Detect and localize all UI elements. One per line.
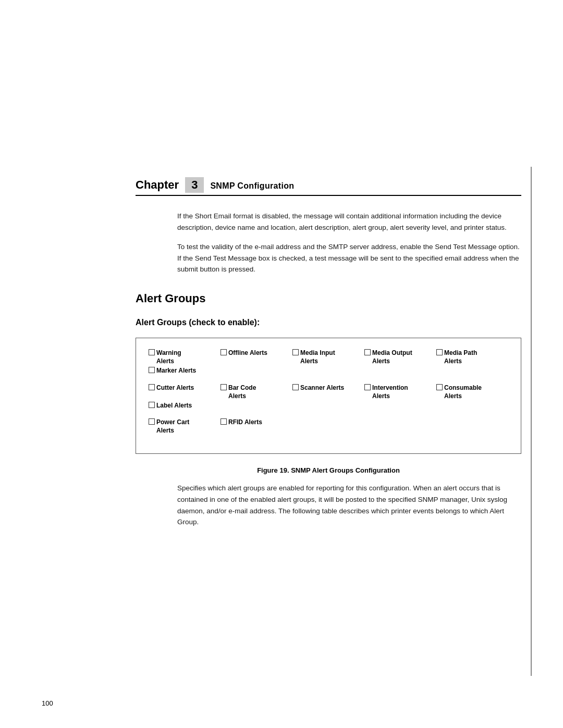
- power-cart-label: Power CartAlerts: [156, 418, 189, 435]
- warning-checkbox[interactable]: [149, 349, 155, 355]
- alert-cell-offline: Offline Alerts: [221, 349, 283, 365]
- label-checkbox[interactable]: [149, 402, 155, 408]
- body-paragraph-1: If the Short Email format is disabled, t…: [177, 211, 521, 233]
- media-output-checkbox[interactable]: [364, 349, 371, 355]
- figure-caption: Figure 19. SNMP Alert Groups Configurati…: [136, 466, 521, 474]
- alert-cell-intervention: InterventionAlerts: [364, 384, 427, 400]
- chapter-label: Chapter: [136, 178, 179, 192]
- media-output-label: Media OutputAlerts: [372, 349, 412, 365]
- consumable-label: ConsumableAlerts: [444, 384, 482, 400]
- alert-groups-box: WarningAlerts Offline Alerts Media Input…: [136, 338, 521, 454]
- media-input-checkbox[interactable]: [292, 349, 299, 355]
- marker-checkbox[interactable]: [149, 367, 155, 373]
- barcode-label: Bar CodeAlerts: [228, 384, 256, 400]
- page: Chapter 3 SNMP Configuration If the Shor…: [0, 0, 563, 728]
- alert-cell-cutter: Cutter Alerts: [149, 384, 211, 400]
- intervention-label: InterventionAlerts: [372, 384, 408, 400]
- alert-cell-rfid: RFID Alerts: [221, 418, 283, 435]
- alert-groups-heading: Alert Groups: [136, 292, 521, 305]
- scanner-checkbox[interactable]: [292, 384, 299, 390]
- scanner-label: Scanner Alerts: [300, 384, 344, 392]
- chapter-number: 3: [185, 177, 204, 193]
- description-paragraph: Specifies which alert groups are enabled…: [177, 483, 521, 527]
- alert-cell-marker: Marker Alerts: [149, 366, 211, 375]
- barcode-checkbox[interactable]: [221, 384, 227, 390]
- cutter-label: Cutter Alerts: [156, 384, 194, 392]
- warning-label: WarningAlerts: [156, 349, 181, 365]
- alert-cell-media-path: Media PathAlerts: [436, 349, 499, 365]
- rfid-checkbox[interactable]: [221, 418, 227, 425]
- alert-groups-subheading: Alert Groups (check to enable):: [136, 318, 521, 327]
- alert-cell-media-input: Media InputAlerts: [292, 349, 355, 365]
- alert-cell-barcode: Bar CodeAlerts: [221, 384, 283, 400]
- power-cart-checkbox[interactable]: [149, 418, 155, 425]
- media-path-label: Media PathAlerts: [444, 349, 477, 365]
- alert-row-3: Power CartAlerts RFID Alerts: [149, 418, 508, 436]
- alert-row-2: Cutter Alerts Bar CodeAlerts Scanner Ale…: [149, 384, 508, 411]
- alert-cell-media-output: Media OutputAlerts: [364, 349, 427, 365]
- alert-cell-power-cart: Power CartAlerts: [149, 418, 211, 435]
- label-alerts-label: Label Alerts: [156, 401, 192, 410]
- chapter-header: Chapter 3 SNMP Configuration: [136, 177, 521, 196]
- alert-cell-warning: WarningAlerts: [149, 349, 211, 365]
- media-path-checkbox[interactable]: [436, 349, 443, 355]
- offline-checkbox[interactable]: [221, 349, 227, 355]
- alert-cell-scanner: Scanner Alerts: [292, 384, 355, 400]
- alert-cell-label: Label Alerts: [149, 401, 211, 410]
- intervention-checkbox[interactable]: [364, 384, 371, 390]
- alert-row-1: WarningAlerts Offline Alerts Media Input…: [149, 349, 508, 376]
- alert-cell-consumable: ConsumableAlerts: [436, 384, 499, 400]
- rfid-label: RFID Alerts: [228, 418, 262, 426]
- cutter-checkbox[interactable]: [149, 384, 155, 390]
- page-number: 100: [42, 699, 53, 707]
- media-input-label: Media InputAlerts: [300, 349, 335, 365]
- right-border: [531, 167, 532, 676]
- consumable-checkbox[interactable]: [436, 384, 443, 390]
- content-area: Chapter 3 SNMP Configuration If the Shor…: [136, 0, 521, 528]
- chapter-title: SNMP Configuration: [210, 181, 294, 191]
- body-paragraph-2: To test the validity of the e-mail addre…: [177, 241, 521, 275]
- marker-label: Marker Alerts: [156, 366, 196, 375]
- offline-label: Offline Alerts: [228, 349, 267, 357]
